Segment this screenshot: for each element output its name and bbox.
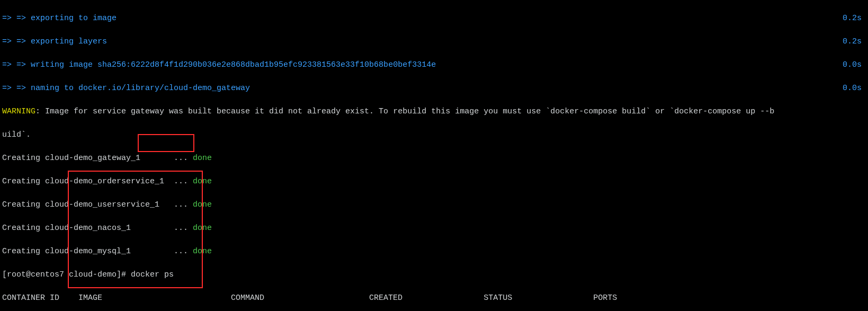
- table-header: CONTAINER ID IMAGE COMMAND CREATED STATU…: [2, 292, 866, 304]
- build-line: => => exporting layers0.2s: [2, 36, 866, 48]
- creating-line: Creating cloud-demo_gateway_1 ... done: [2, 153, 866, 164]
- build-line: => => exporting to image0.2s: [2, 13, 866, 24]
- warning-line-cont: uild`.: [2, 129, 866, 141]
- shell-prompt: [root@centos7 cloud-demo]#: [2, 270, 131, 279]
- command-text: docker ps: [131, 270, 174, 279]
- build-line: => => writing image sha256:6222d8f4f1d29…: [2, 59, 866, 71]
- creating-line: Creating cloud-demo_orderservice_1 ... d…: [2, 176, 866, 188]
- creating-line: Creating cloud-demo_userservice_1 ... do…: [2, 199, 866, 211]
- warning-line: WARNING: Image for service gateway was b…: [2, 106, 866, 118]
- creating-line: Creating cloud-demo_mysql_1 ... done: [2, 246, 866, 257]
- terminal-output[interactable]: => => exporting to image0.2s => => expor…: [0, 0, 868, 311]
- creating-line: Creating cloud-demo_nacos_1 ... done: [2, 223, 866, 234]
- build-line: => => naming to docker.io/library/cloud-…: [2, 83, 866, 94]
- prompt-line[interactable]: [root@centos7 cloud-demo]# docker ps: [2, 269, 866, 281]
